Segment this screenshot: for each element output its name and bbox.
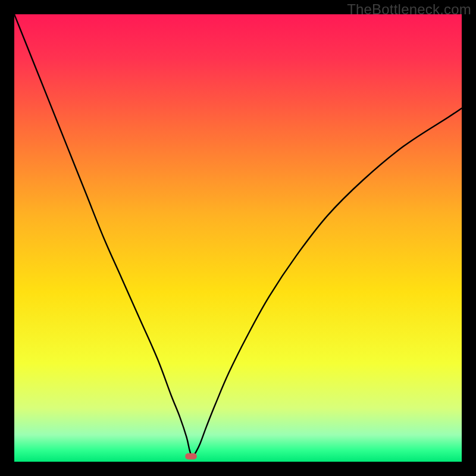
optimum-marker	[185, 453, 197, 460]
watermark-text: TheBottleneck.com	[347, 1, 471, 18]
gradient-background	[14, 14, 462, 462]
chart-frame	[14, 14, 462, 462]
bottleneck-chart	[14, 14, 462, 462]
